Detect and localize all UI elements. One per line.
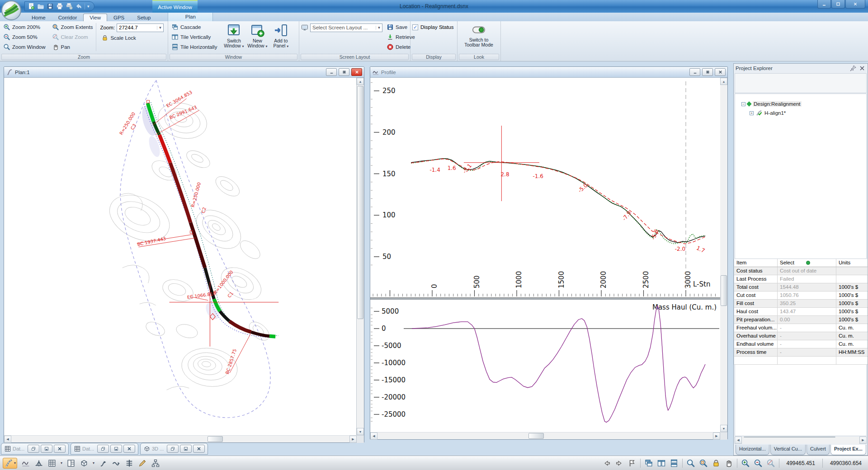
plan-window-titlebar[interactable]: Plan:1 — [4, 67, 364, 78]
scroll-up-icon[interactable]: ▲ — [357, 78, 364, 85]
expand-icon[interactable]: + — [750, 111, 754, 115]
clear-zoom-icon[interactable] — [766, 459, 775, 468]
hierarchy-tool-icon[interactable] — [151, 459, 160, 468]
scroll-up-icon[interactable]: ▲ — [720, 78, 727, 85]
tab-culvert[interactable]: Culvert — [807, 445, 830, 455]
alignment-tool-button[interactable]: ▾ — [3, 458, 17, 469]
table-row[interactable]: Process time-HH:MM:SS — [734, 348, 867, 357]
plan-minimize-button[interactable] — [326, 68, 337, 76]
print-setup-icon[interactable] — [66, 3, 73, 10]
back-icon[interactable] — [602, 459, 611, 468]
tab-view[interactable]: View — [83, 14, 107, 21]
profile-chart[interactable]: 50100150200250050010001500200025003000L-… — [370, 78, 720, 297]
plan-restore-button[interactable] — [339, 68, 349, 76]
scroll-left-icon[interactable]: ◀ — [735, 437, 742, 444]
close-window-button[interactable] — [123, 445, 135, 453]
tree-item-label[interactable]: H-align1* — [764, 110, 786, 116]
app-logo-icon[interactable] — [1, 0, 21, 20]
tree-item-label[interactable]: Design:Realignment — [753, 101, 802, 107]
scroll-right-icon[interactable]: ▶ — [713, 432, 720, 440]
table-row[interactable]: Cut cost1050.761000's $ — [734, 291, 867, 300]
table-row[interactable]: Total cost1544.481000's $ — [734, 283, 867, 291]
close-window-button[interactable] — [193, 445, 205, 453]
restore-window-button[interactable] — [97, 445, 109, 453]
table-row[interactable]: Overhaul volume-Cu. m. — [734, 332, 867, 340]
table-row[interactable]: Haul cost143.471000's $ — [734, 308, 867, 316]
curve-tool-icon[interactable] — [99, 459, 108, 468]
collapse-icon[interactable]: − — [741, 102, 745, 106]
tile-vertically-button[interactable]: Tile Vertically — [170, 32, 218, 42]
zoom-window-button[interactable]: Zoom Window — [2, 42, 47, 52]
plan-canvas[interactable]: EC 3064.853BC 2991.643C3R=250.000C2R=250… — [4, 78, 357, 435]
panel-layout-tool-icon[interactable] — [66, 459, 75, 468]
zoom-extents-icon[interactable] — [699, 459, 708, 468]
panel-close-icon[interactable] — [859, 65, 866, 72]
restore-window-button[interactable] — [28, 445, 39, 453]
profile-horizontal-scrollbar[interactable]: ◀ ▶ — [370, 432, 727, 439]
profile-minimize-button[interactable] — [689, 68, 700, 76]
minimized-window-3d[interactable]: 3D ... — [140, 443, 208, 455]
pin-icon[interactable] — [849, 65, 857, 72]
table-tool-icon[interactable] — [47, 459, 57, 468]
scroll-right-icon[interactable]: ▶ — [349, 436, 357, 443]
cascade-icon[interactable] — [644, 459, 653, 468]
profile-vertical-scrollbar[interactable]: ▲ ▼ — [720, 78, 727, 432]
switch-toolbar-mode-button[interactable]: Switch toToolbar Mode — [459, 22, 498, 47]
clear-zoom-button[interactable]: Clear Zoom — [51, 32, 94, 42]
zoom-value-combo[interactable]: 27244.7▼ — [117, 24, 164, 32]
plan-horizontal-scrollbar[interactable]: ◀ ▶ — [4, 435, 364, 442]
alignment-centerline[interactable] — [148, 103, 276, 337]
minimize-window-button[interactable] — [110, 445, 122, 453]
close-window-button[interactable] — [54, 445, 66, 453]
explorer-horizontal-scrollbar[interactable]: ◀ ▶ — [735, 437, 867, 444]
tab-plan[interactable]: Plan — [182, 13, 199, 20]
tab-project-explorer[interactable]: Project Ex... — [830, 445, 866, 455]
display-status-checkbox-row[interactable]: ✓ Display Status — [412, 22, 455, 32]
scroll-down-icon[interactable]: ▼ — [357, 428, 364, 435]
cascade-button[interactable]: Cascade — [170, 22, 218, 32]
table-row[interactable] — [734, 357, 867, 365]
zoom-200-button[interactable]: Zoom 200% — [2, 22, 47, 32]
3d-view-tool-icon[interactable] — [80, 459, 89, 468]
profile-close-button[interactable] — [715, 68, 726, 76]
scroll-right-icon[interactable]: ▶ — [859, 437, 867, 444]
table-row[interactable]: Endhaul volume-Cu. m. — [734, 340, 867, 348]
table-row[interactable]: Last ProcessFailed — [734, 275, 867, 283]
minimize-window-button[interactable] — [41, 445, 52, 453]
tree-item-design[interactable]: − Design:Realignment — [735, 99, 866, 108]
flag-icon[interactable] — [627, 459, 637, 468]
zoom-extents-button[interactable]: Zoom Extents — [51, 22, 94, 32]
combo-dropdown-icon[interactable]: ▼ — [376, 26, 382, 30]
qat-dropdown-icon[interactable]: ▾ — [87, 4, 90, 9]
plan-vertical-scrollbar[interactable]: ▲ ▼ — [357, 78, 364, 435]
scroll-down-icon[interactable]: ▼ — [720, 425, 727, 432]
zoom-out-icon[interactable] — [754, 459, 763, 468]
forward-icon[interactable] — [615, 459, 624, 468]
print-icon[interactable] — [56, 3, 63, 10]
table-row[interactable]: Fill cost350.251000's $ — [734, 300, 867, 308]
save-icon[interactable] — [47, 3, 54, 10]
dropdown-icon[interactable]: ▾ — [93, 461, 94, 465]
pan-button[interactable]: Pan — [51, 42, 94, 52]
zoom-in-icon[interactable] — [741, 459, 750, 468]
tile-horizontally-button[interactable]: Tile Horizontally — [170, 42, 218, 52]
scale-lock-button[interactable]: Scale Lock — [100, 33, 164, 43]
table-row[interactable]: Freehaul volum...-Cu. m. — [734, 324, 867, 332]
checkbox-checked-icon[interactable]: ✓ — [412, 24, 418, 30]
profile-restore-button[interactable] — [702, 68, 713, 76]
profile-window-titlebar[interactable]: Profile — [370, 67, 727, 78]
tile-vertical-icon[interactable] — [657, 459, 666, 468]
zoom-window-icon[interactable] — [686, 459, 695, 468]
tab-setup[interactable]: Setup — [131, 14, 157, 21]
combo-dropdown-icon[interactable]: ▼ — [157, 26, 163, 30]
minimized-window-data2[interactable]: Dat... — [71, 443, 138, 455]
tab-vertical-curve[interactable]: Vertical Cu... — [770, 445, 806, 455]
cross-section-tool-icon[interactable] — [34, 459, 43, 468]
restore-window-button[interactable] — [167, 445, 179, 453]
tab-gps[interactable]: GPS — [107, 14, 131, 21]
dropdown-icon[interactable]: ▾ — [61, 461, 62, 465]
tab-corridor[interactable]: Corridor — [52, 14, 84, 21]
screen-layout-select[interactable]: Select Screen Layout ...▼ — [310, 24, 382, 32]
maximize-button[interactable] — [831, 0, 845, 9]
switch-window-button[interactable]: SwitchWindow ▾ — [222, 22, 245, 52]
